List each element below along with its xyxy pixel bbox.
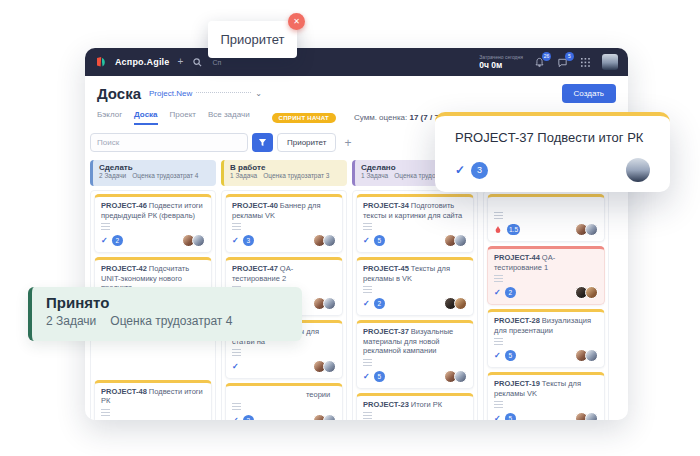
task-card[interactable]: PROJECT-46Подвести итоги предыдущей РК (… <box>94 194 212 253</box>
task-card[interactable]: PROJECT-28Визуализация для презентации ✓… <box>487 309 605 368</box>
task-title: теории <box>232 390 336 400</box>
time-tracker[interactable]: Затрачено сегодня 0ч 0м <box>479 54 523 70</box>
time-value: 0ч 0м <box>479 60 523 70</box>
description-icon <box>363 412 372 419</box>
column-task-count: 2 Задачи <box>99 172 126 179</box>
notifications-bell-icon[interactable]: 26 <box>533 56 546 69</box>
tab-project[interactable]: Проект <box>170 110 196 125</box>
task-card[interactable]: PROJECT-45Тексты для рекламы в VK ✓2 <box>356 257 474 316</box>
check-icon: ✓ <box>232 416 239 421</box>
apps-grid-icon[interactable] <box>579 56 592 69</box>
description-icon <box>494 212 503 219</box>
chat-icon[interactable]: 5 <box>556 56 569 69</box>
avatar <box>182 420 195 421</box>
task-card[interactable]: PROJECT-37Визуальные материалы для новой… <box>356 320 474 389</box>
task-card[interactable]: PROJECT-19Тексты для рекламы VK ✓5 <box>487 372 605 420</box>
add-icon[interactable]: + <box>178 57 184 67</box>
estimate-badge: 2 <box>112 235 123 246</box>
column-accepted: 1.5 PROJECT-44QA-тестирование 1 ✓2 PROJE… <box>483 160 609 420</box>
summary-label: Сумм. оценка: <box>354 113 407 122</box>
description-icon <box>494 338 503 345</box>
notifications-badge: 26 <box>542 52 551 61</box>
task-title: PROJECT-19Тексты для рекламы VK <box>494 379 598 398</box>
task-title: PROJECT-47QA-тестирование 2 <box>232 264 336 283</box>
tab-all-tasks[interactable]: Все задачи <box>208 110 250 125</box>
top-navbar: Аспро.Agile + Сп Затрачено сегодня 0ч 0м… <box>85 48 628 76</box>
task-title: PROJECT-46Подвести итоги предыдущей РК (… <box>101 201 205 220</box>
check-icon: ✓ <box>363 299 370 308</box>
task-card[interactable]: теории ✓3 <box>225 383 343 420</box>
description-icon <box>494 275 503 282</box>
filter-funnel-button[interactable] <box>252 133 273 152</box>
task-card[interactable]: PROJECT-48Подвести итоги РК ✓2 <box>94 380 212 421</box>
task-title: PROJECT-34Подготовить тексты и картинки … <box>363 201 467 220</box>
board-header: Доска Project.New ⌄ Создать <box>85 76 628 105</box>
avatar <box>192 234 205 247</box>
estimate-badge: 5 <box>374 235 385 246</box>
avatar <box>192 420 205 421</box>
column-task-count: 1 Задача <box>230 172 257 179</box>
search-input[interactable] <box>90 133 248 152</box>
priority-tooltip-label: Приоритет <box>220 32 284 47</box>
estimate-badge: 2 <box>505 287 516 298</box>
task-card[interactable]: 1.5 <box>487 194 605 242</box>
description-icon <box>101 409 110 416</box>
task-card[interactable]: PROJECT-23Итоги РК ✓5 <box>356 393 474 421</box>
app-logo-icon <box>95 56 107 68</box>
description-icon <box>232 223 241 230</box>
column-done: Сделано 1 ЗадачаОценка трудозатрат PROJE… <box>352 160 478 420</box>
column-body: PROJECT-34Подготовить тексты и картинки … <box>352 190 478 420</box>
task-title: PROJECT-23Итоги РК <box>363 400 467 410</box>
description-icon <box>101 223 110 230</box>
create-button[interactable]: Создать <box>562 84 616 103</box>
avatar <box>585 412 598 420</box>
estimate-badge: 5 <box>505 413 516 420</box>
column-title: Сделать <box>99 163 210 172</box>
description-icon <box>232 349 241 356</box>
chat-badge: 5 <box>565 52 574 61</box>
column-task-count: 1 Задача <box>361 172 388 179</box>
priority-filter-button[interactable]: Приоритет <box>277 133 336 152</box>
brand-title: Аспро.Agile <box>115 57 170 67</box>
column-estimate: Оценка трудозатрат 4 <box>132 172 198 179</box>
fire-icon <box>494 224 503 235</box>
priority-tooltip: Приоритет ✕ <box>208 21 297 58</box>
nav-search-text: Сп <box>212 59 221 66</box>
column-header: В работе 1 ЗадачаОценка трудозатрат 3 <box>221 160 347 186</box>
column-title: В работе <box>230 163 341 172</box>
estimate-badge: 1.5 <box>507 224 520 235</box>
accepted-title: Принято <box>46 294 288 311</box>
tab-backlog[interactable]: Бэклог <box>97 110 122 125</box>
avatar <box>626 158 650 182</box>
avatar <box>323 360 336 373</box>
avatar <box>323 414 336 421</box>
sprint-summary: Сумм. оценка: 17 (7 / 7) <box>354 113 442 122</box>
sprint-status-badge: СПРИНТ НАЧАТ <box>272 113 336 123</box>
check-icon: ✓ <box>494 414 501 420</box>
check-icon: ✓ <box>494 288 501 297</box>
project-selector[interactable]: Project.New <box>149 89 192 98</box>
task-popup-card[interactable]: PROJECT-37 Подвести итог РК ✓ 3 <box>435 112 670 192</box>
task-title: PROJECT-48Подвести итоги РК <box>101 387 205 406</box>
avatar <box>454 234 467 247</box>
user-avatar[interactable] <box>602 54 618 70</box>
close-icon[interactable]: ✕ <box>288 13 305 30</box>
task-card[interactable]: PROJECT-40Баннер для рекламы VK ✓3 <box>225 194 343 253</box>
chevron-down-icon[interactable]: ⌄ <box>255 89 262 98</box>
accepted-column-overlay: Принято 2 ЗадачиОценка трудозатрат 4 <box>28 287 302 341</box>
check-icon: ✓ <box>363 236 370 245</box>
add-filter-button[interactable]: + <box>340 136 355 150</box>
description-icon <box>363 286 372 293</box>
task-card[interactable]: PROJECT-34Подготовить тексты и картинки … <box>356 194 474 253</box>
accepted-estimate: Оценка трудозатрат 4 <box>110 314 232 328</box>
check-icon: ✓ <box>455 163 465 177</box>
search-icon[interactable] <box>191 56 204 69</box>
avatar <box>585 223 598 236</box>
avatar <box>585 286 598 299</box>
check-icon: ✓ <box>494 351 501 360</box>
tab-board[interactable]: Доска <box>134 110 157 125</box>
project-dotted-line <box>196 92 251 93</box>
task-card[interactable]: PROJECT-44QA-тестирование 1 ✓2 <box>487 246 605 305</box>
task-title: PROJECT-44QA-тестирование 1 <box>494 253 598 272</box>
column-estimate: Оценка трудозатрат 3 <box>263 172 329 179</box>
